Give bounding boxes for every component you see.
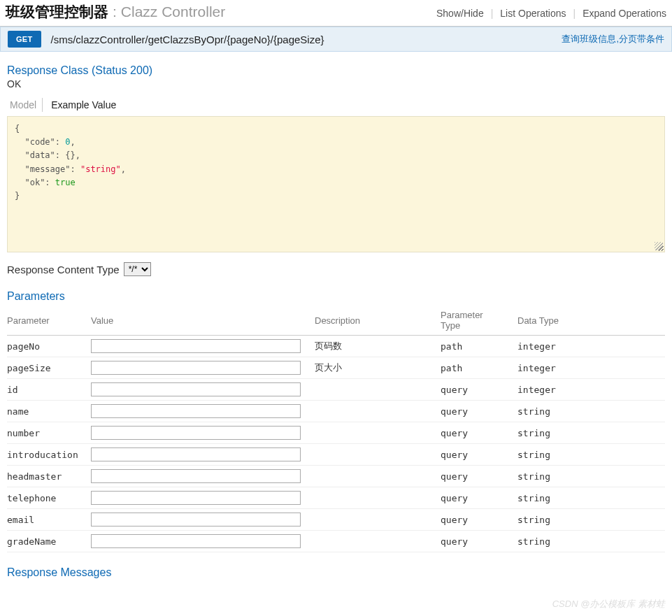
param-type: query [441, 444, 517, 466]
param-input-pageNo[interactable] [91, 339, 301, 353]
param-description [315, 487, 441, 509]
expand-operations-link[interactable]: Expand Operations [582, 8, 666, 19]
operation-summary[interactable]: 查询班级信息,分页带条件 [562, 33, 664, 45]
table-row: emailquerystring [7, 509, 665, 531]
param-name: pageNo [7, 336, 91, 357]
table-row: telephonequerystring [7, 487, 665, 509]
param-data-type: string [517, 422, 665, 444]
param-name: number [7, 422, 91, 444]
operation-bar[interactable]: GET /sms/clazzController/getClazzsByOpr/… [0, 27, 672, 52]
param-description [315, 531, 441, 552]
param-name: headmaster [7, 466, 91, 487]
table-row: numberquerystring [7, 422, 665, 444]
param-description [315, 401, 441, 422]
controller-actions: Show/Hide | List Operations | Expand Ope… [436, 8, 666, 19]
parameters-title: Parameters [7, 290, 665, 303]
response-content-type-select[interactable]: */* [124, 262, 151, 276]
param-value-cell [91, 336, 315, 357]
param-name: email [7, 509, 91, 531]
param-value-cell [91, 444, 315, 466]
controller-title-cn: 班级管理控制器 [6, 2, 108, 22]
param-data-type: string [517, 487, 665, 509]
param-description: 页大小 [315, 357, 441, 379]
param-name: pageSize [7, 357, 91, 379]
param-value-cell [91, 531, 315, 552]
param-name: introducation [7, 444, 91, 466]
param-value-cell [91, 487, 315, 509]
controller-header: 班级管理控制器 : Clazz Controller Show/Hide | L… [0, 0, 672, 27]
param-type: query [441, 401, 517, 422]
parameters-header-row: Parameter Value Description ParameterTyp… [7, 306, 665, 336]
col-data-type: Data Type [517, 306, 665, 336]
col-description: Description [315, 306, 441, 336]
table-row: idqueryinteger [7, 379, 665, 401]
param-type: query [441, 379, 517, 401]
param-value-cell [91, 379, 315, 401]
controller-title-en: Clazz Controller [121, 3, 225, 20]
param-input-email[interactable] [91, 513, 301, 527]
table-row: namequerystring [7, 401, 665, 422]
table-row: introducationquerystring [7, 444, 665, 466]
param-input-introducation[interactable] [91, 447, 301, 461]
param-type: query [441, 422, 517, 444]
param-value-cell [91, 466, 315, 487]
table-row: pageNo页码数pathinteger [7, 336, 665, 357]
tab-model[interactable]: Model [7, 98, 43, 112]
param-data-type: string [517, 531, 665, 552]
operation-path[interactable]: /sms/clazzController/getClazzsByOpr/{pag… [51, 34, 562, 45]
param-data-type: integer [517, 379, 665, 401]
controller-title-sep: : [113, 3, 117, 20]
list-operations-link[interactable]: List Operations [500, 8, 566, 19]
param-data-type: integer [517, 357, 665, 379]
param-value-cell [91, 401, 315, 422]
table-row: pageSize页大小pathinteger [7, 357, 665, 379]
param-type: query [441, 509, 517, 531]
separator: | [573, 8, 576, 19]
param-value-cell [91, 422, 315, 444]
param-data-type: string [517, 466, 665, 487]
table-row: headmasterquerystring [7, 466, 665, 487]
resize-handle-icon[interactable] [655, 242, 663, 250]
param-data-type: integer [517, 336, 665, 357]
param-description [315, 509, 441, 531]
parameters-table: Parameter Value Description ParameterTyp… [7, 306, 665, 552]
controller-title[interactable]: 班级管理控制器 : Clazz Controller [6, 2, 225, 22]
col-parameter: Parameter [7, 306, 91, 336]
param-data-type: string [517, 401, 665, 422]
param-input-pageSize[interactable] [91, 361, 301, 375]
table-row: gradeNamequerystring [7, 531, 665, 552]
param-type: query [441, 487, 517, 509]
param-input-gradeName[interactable] [91, 534, 301, 548]
param-description [315, 379, 441, 401]
param-name: gradeName [7, 531, 91, 552]
response-messages-title: Response Messages [7, 566, 665, 579]
tab-example-value[interactable]: Example Value [48, 98, 119, 112]
param-input-headmaster[interactable] [91, 469, 301, 483]
param-input-number[interactable] [91, 426, 301, 440]
response-tabs: Model Example Value [7, 98, 665, 112]
separator: | [491, 8, 494, 19]
col-parameter-type: ParameterType [441, 306, 517, 336]
param-name: id [7, 379, 91, 401]
param-input-telephone[interactable] [91, 491, 301, 505]
show-hide-link[interactable]: Show/Hide [436, 8, 484, 19]
http-method-badge: GET [8, 31, 41, 48]
example-json-box[interactable]: { "code": 0, "data": {}, "message": "str… [7, 116, 665, 252]
param-description [315, 466, 441, 487]
param-type: query [441, 466, 517, 487]
param-description [315, 444, 441, 466]
param-description: 页码数 [315, 336, 441, 357]
param-type: query [441, 531, 517, 552]
response-content-type-label: Response Content Type [7, 264, 120, 275]
param-value-cell [91, 357, 315, 379]
param-value-cell [91, 509, 315, 531]
param-name: name [7, 401, 91, 422]
param-type: path [441, 336, 517, 357]
param-data-type: string [517, 444, 665, 466]
col-value: Value [91, 306, 315, 336]
param-type: path [441, 357, 517, 379]
param-input-id[interactable] [91, 382, 301, 396]
param-input-name[interactable] [91, 404, 301, 418]
param-data-type: string [517, 509, 665, 531]
param-name: telephone [7, 487, 91, 509]
